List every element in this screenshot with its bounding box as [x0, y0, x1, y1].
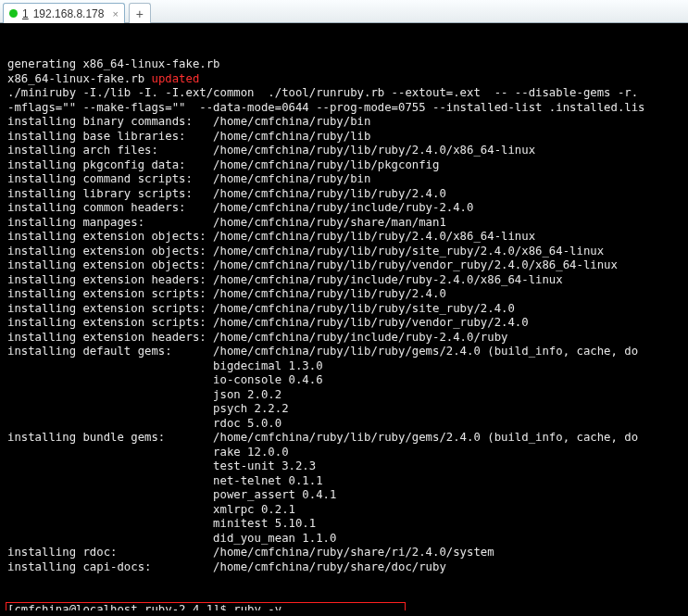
terminal-line: installing base libraries: /home/cmfchin…: [7, 130, 681, 145]
terminal-line: x86_64-linux-fake.rb updated: [7, 72, 681, 87]
terminal-lines: generating x86_64-linux-fake.rbx86_64-li…: [7, 57, 681, 574]
add-tab-button[interactable]: +: [129, 3, 151, 23]
tab-index: 1: [22, 7, 29, 20]
terminal-line: power_assert 0.4.1: [7, 488, 681, 503]
terminal-line: generating x86_64-linux-fake.rb: [7, 57, 681, 72]
terminal-line: installing library scripts: /home/cmfchi…: [7, 187, 681, 202]
terminal-line: -mflags="" --make-flags="" --data-mode=0…: [7, 101, 681, 116]
terminal-line: installing extension scripts: /home/cmfc…: [7, 287, 681, 302]
prompt-line-1: [cmfchina@localhost ruby-2.4.1]$ ruby -v: [7, 603, 681, 610]
prompt-command: ruby -v: [233, 603, 281, 610]
terminal-line: installing arch files: /home/cmfchina/ru…: [7, 144, 681, 158]
terminal-line: installing extension scripts: /home/cmfc…: [7, 316, 681, 331]
terminal-line: installing capi-docs: /home/cmfchina/rub…: [7, 560, 681, 575]
terminal-line: installing extension objects: /home/cmfc…: [7, 258, 681, 273]
terminal-line: installing extension scripts: /home/cmfc…: [7, 302, 681, 317]
terminal-line: installing extension headers: /home/cmfc…: [7, 273, 681, 288]
terminal-line: minitest 5.10.1: [7, 517, 681, 532]
status-dot-icon: [9, 9, 18, 18]
terminal-line: installing binary commands: /home/cmfchi…: [7, 115, 681, 130]
terminal-line: installing common headers: /home/cmfchin…: [7, 201, 681, 216]
tab-title: 192.168.8.178: [33, 7, 105, 20]
terminal-line: did_you_mean 1.1.0: [7, 532, 681, 547]
terminal-line: ./miniruby -I./lib -I. -I.ext/common ./t…: [7, 86, 681, 101]
terminal-line: installing bundle gems: /home/cmfchina/r…: [7, 431, 681, 446]
terminal-line: rake 12.0.0: [7, 446, 681, 460]
terminal-line: json 2.0.2: [7, 388, 681, 403]
terminal-line: installing pkgconfig data: /home/cmfchin…: [7, 158, 681, 173]
terminal-output[interactable]: generating x86_64-linux-fake.rbx86_64-li…: [0, 23, 688, 610]
terminal-line: installing extension objects: /home/cmfc…: [7, 245, 681, 259]
close-icon[interactable]: ×: [112, 8, 118, 19]
terminal-line: installing default gems: /home/cmfchina/…: [7, 345, 681, 359]
plus-icon: +: [136, 6, 144, 21]
terminal-line: installing manpages: /home/cmfchina/ruby…: [7, 216, 681, 231]
terminal-line: installing extension headers: /home/cmfc…: [7, 331, 681, 346]
prompt-prefix: [cmfchina@localhost ruby-2.4.1]$: [7, 603, 233, 610]
tab-bar: 1 192.168.8.178 × +: [0, 0, 688, 23]
terminal-line: net-telnet 0.1.1: [7, 474, 681, 489]
terminal-line: io-console 0.4.6: [7, 373, 681, 388]
terminal-line: bigdecimal 1.3.0: [7, 359, 681, 374]
terminal-line: psych 2.2.2: [7, 402, 681, 417]
terminal-line: test-unit 3.2.3: [7, 459, 681, 474]
terminal-line: installing rdoc: /home/cmfchina/ruby/sha…: [7, 546, 681, 560]
terminal-line: installing extension objects: /home/cmfc…: [7, 230, 681, 245]
tab-active[interactable]: 1 192.168.8.178 ×: [3, 3, 125, 23]
terminal-line: installing command scripts: /home/cmfchi…: [7, 172, 681, 187]
terminal-line: rdoc 5.0.0: [7, 417, 681, 432]
terminal-line: xmlrpc 0.2.1: [7, 503, 681, 518]
